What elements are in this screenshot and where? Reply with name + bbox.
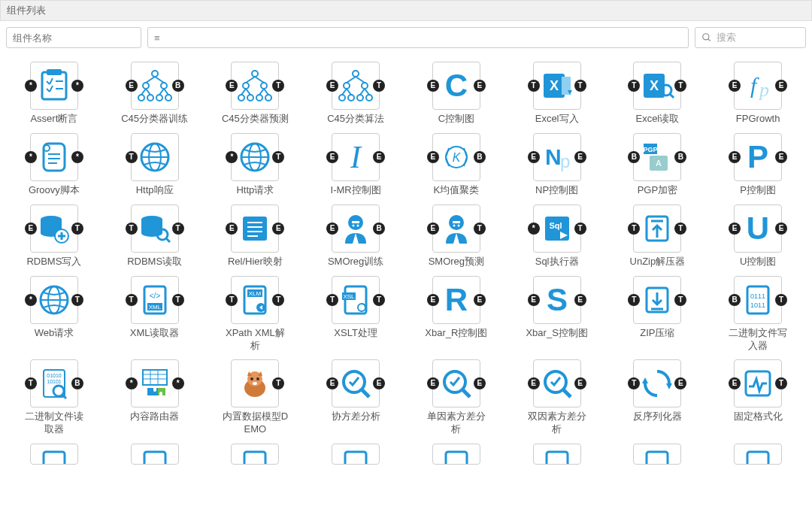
port-badge-left: E (427, 377, 439, 389)
globe-icon: *T (231, 133, 279, 181)
big-r-icon: REE (432, 276, 480, 324)
component-item[interactable]: **内容路由器 (108, 359, 201, 436)
port-badge-left: E (729, 151, 741, 163)
port-badge-left: E (427, 294, 439, 306)
svg-marker-158 (642, 377, 648, 383)
component-item[interactable]: 01111011BT二进制文件写入器 (711, 276, 804, 353)
component-label: 双因素方差分析 (523, 410, 591, 436)
component-item[interactable] (511, 444, 604, 465)
globe-icon: T (131, 133, 179, 181)
component-item[interactable] (309, 444, 402, 465)
svg-text:R: R (445, 282, 468, 317)
search-label: 搜索 (717, 31, 736, 44)
component-name-input[interactable] (6, 27, 141, 48)
port-badge-left: T (25, 377, 37, 389)
component-item[interactable]: 0101010101TB二进制文件读取器 (8, 359, 101, 436)
component-item[interactable]: EERel/Hier映射 (209, 204, 302, 268)
svg-point-27 (247, 95, 253, 101)
component-item[interactable]: PGPABBPGP加密 (611, 133, 704, 197)
component-item[interactable]: XLMTTXPath XML解析 (209, 276, 302, 353)
svg-point-96 (357, 224, 359, 226)
component-item[interactable]: SEEXbar_S控制图 (511, 276, 604, 353)
big-s-icon: SEE (533, 276, 581, 324)
component-item[interactable] (410, 444, 503, 465)
component-item[interactable]: EE双因素方差分析 (511, 359, 604, 436)
svg-rect-162 (244, 452, 265, 465)
port-badge-left: E (226, 223, 238, 235)
svg-line-57 (670, 94, 674, 98)
component-label: ZIP压缩 (640, 327, 674, 340)
component-item[interactable]: CEEC控制图 (410, 62, 503, 126)
component-item[interactable]: UEEU控制图 (711, 204, 804, 268)
component-item[interactable]: TE反序列化器 (611, 359, 704, 436)
component-item[interactable]: fpEEFPGrowth (711, 62, 804, 126)
search-box[interactable]: 搜索 (695, 27, 806, 48)
port-badge-right: T (775, 377, 787, 389)
svg-point-36 (353, 71, 359, 77)
component-item[interactable]: Sql*TSql执行器 (511, 204, 604, 268)
svg-line-43 (347, 77, 356, 83)
component-item[interactable]: ETRDBMS写入 (8, 204, 101, 268)
component-item[interactable]: **Assert断言 (8, 62, 101, 126)
component-item[interactable]: T内置数据模型DEMO (209, 359, 302, 436)
filter-dropdown[interactable]: ≡ (147, 27, 689, 48)
port-badge-left: E (729, 223, 741, 235)
svg-line-17 (146, 77, 155, 83)
component-label: C45分类器训练 (121, 113, 188, 126)
component-item[interactable]: XSLTTXSLT处理 (309, 276, 402, 353)
component-item[interactable]: REEXbar_R控制图 (410, 276, 503, 353)
component-item[interactable]: *THttp请求 (209, 133, 302, 197)
component-item[interactable]: ETC45分类算法 (309, 62, 402, 126)
component-item[interactable]: NpEENP控制图 (511, 133, 604, 197)
component-item[interactable]: </>XMLTTXML读取器 (108, 276, 201, 353)
svg-rect-163 (345, 452, 366, 465)
component-item[interactable]: *TWeb请求 (8, 276, 101, 353)
svg-line-47 (360, 89, 365, 95)
component-label: 协方差分析 (332, 410, 380, 423)
component-item[interactable]: KEBK均值聚类 (410, 133, 503, 197)
component-item[interactable]: TTRDBMS读取 (108, 204, 201, 268)
svg-rect-139 (143, 370, 167, 385)
port-badge-left: * (528, 223, 540, 235)
component-item[interactable]: PEEP控制图 (711, 133, 804, 197)
port-badge-left: E (326, 151, 338, 163)
component-item[interactable]: **Groovy脚本 (8, 133, 101, 197)
component-item[interactable]: XTTExcel写入 (511, 62, 604, 126)
component-item[interactable]: ET固定格式化 (711, 359, 804, 436)
component-item[interactable]: EBSMOreg训练 (309, 204, 402, 268)
component-item[interactable]: THttp响应 (108, 133, 201, 197)
component-item[interactable]: EBC45分类器训练 (108, 62, 201, 126)
svg-point-26 (238, 95, 244, 101)
component-item[interactable]: TTUnZip解压器 (611, 204, 704, 268)
port-badge-right: E (775, 80, 787, 92)
component-label: Http响应 (136, 184, 174, 197)
component-item[interactable]: IEEI-MR控制图 (309, 133, 402, 197)
port-badge-right: T (574, 80, 586, 92)
list-lines-icon: EE (231, 204, 279, 253)
component-item[interactable] (8, 444, 101, 465)
svg-point-11 (143, 83, 149, 89)
component-item[interactable]: TTZIP压缩 (611, 276, 704, 353)
pgp-icon: PGPABB (633, 133, 681, 181)
component-item[interactable]: XTTExcel读取 (611, 62, 704, 126)
component-label: RDBMS写入 (26, 256, 81, 268)
port-badge-left: T (628, 223, 640, 235)
component-item[interactable] (209, 444, 302, 465)
component-label: NP控制图 (535, 184, 578, 197)
component-item[interactable]: ETC45分类器预测 (209, 62, 302, 126)
component-label: UnZip解压器 (630, 256, 686, 268)
component-item[interactable] (711, 444, 804, 465)
svg-line-138 (62, 395, 66, 398)
component-item[interactable]: EE协方差分析 (309, 359, 402, 436)
component-item[interactable]: EE单因素方差分析 (410, 359, 503, 436)
port-badge-left: T (628, 377, 640, 389)
component-item[interactable]: ETSMOreg预测 (410, 204, 503, 268)
component-label: K均值聚类 (434, 184, 480, 197)
component-item[interactable] (108, 444, 201, 465)
port-badge-left: E (25, 223, 37, 235)
component-label: Http请求 (236, 184, 274, 197)
port-badge-right: T (574, 223, 586, 235)
port-badge-left: T (628, 294, 640, 306)
component-item[interactable] (611, 444, 704, 465)
svg-rect-2 (42, 72, 66, 99)
